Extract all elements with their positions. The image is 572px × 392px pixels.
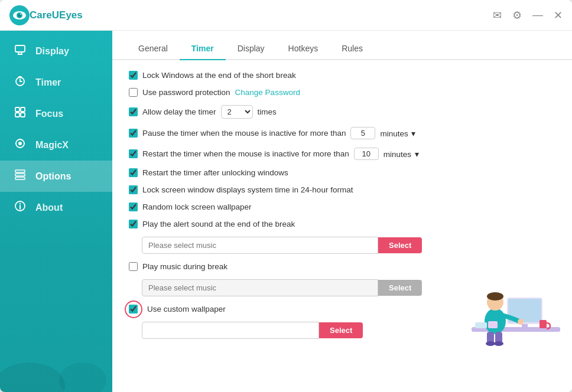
pause-timer-minutes-input[interactable]	[350, 127, 375, 139]
restart-unlock-row: Restart the timer after unlocking window…	[129, 168, 555, 177]
alert-music-select-button[interactable]: Select	[378, 237, 422, 253]
settings-panel: Lock Windows at the end of the short bre…	[112, 60, 572, 392]
sidebar-label-magicx: MagicX	[35, 140, 69, 151]
alert-music-input[interactable]	[142, 237, 378, 254]
alert-music-row: Select	[129, 237, 555, 254]
lock-windows-row: Lock Windows at the end of the short bre…	[129, 71, 555, 80]
play-alert-checkbox[interactable]	[129, 220, 138, 228]
lock-windows-label: Lock Windows at the end of the short bre…	[142, 71, 296, 80]
restart-mouse-row: Restart the timer when the mouse is inac…	[129, 148, 555, 160]
wallpaper-select-button[interactable]: Select	[319, 322, 363, 338]
allow-delay-label: Allow delay the timer	[142, 107, 216, 116]
pause-timer-row: Pause the timer when the mouse is inacti…	[129, 127, 555, 139]
svg-point-28	[20, 203, 21, 204]
display-icon	[13, 44, 27, 58]
about-icon	[13, 200, 27, 215]
restart-unlock-label: Restart the timer after unlocking window…	[142, 168, 288, 177]
tab-hotkeys[interactable]: Hotkeys	[277, 38, 330, 60]
tab-timer[interactable]: Timer	[180, 38, 226, 60]
pause-timer-checkbox[interactable]	[129, 129, 138, 138]
options-icon	[13, 169, 27, 184]
break-music-row: Select	[129, 279, 555, 296]
svg-rect-13	[15, 107, 20, 112]
sidebar: Display Timer	[0, 31, 112, 392]
allow-delay-checkbox[interactable]	[129, 107, 138, 116]
focus-icon	[13, 106, 27, 121]
use-password-label: Use password protection	[142, 88, 230, 97]
sidebar-item-display[interactable]: Display	[0, 35, 112, 67]
restart-unlock-checkbox[interactable]	[129, 168, 138, 177]
restart-mouse-suffix: minutes ▾	[384, 149, 419, 159]
app-logo	[9, 5, 30, 25]
svg-rect-25	[15, 177, 25, 179]
wallpaper-input[interactable]	[142, 322, 319, 339]
delay-times-select[interactable]: 2 3 5	[221, 105, 253, 119]
play-alert-label: Play the alert sound at the end of the b…	[142, 220, 295, 228]
sidebar-label-display: Display	[35, 46, 69, 57]
restart-mouse-minutes-input[interactable]	[354, 148, 379, 160]
settings-icon[interactable]: ⚙	[512, 9, 522, 22]
lock-windows-checkbox[interactable]	[129, 71, 138, 80]
title-bar-controls: ✉ ⚙ — ✕	[493, 9, 563, 22]
use-password-checkbox[interactable]	[129, 88, 138, 97]
email-icon[interactable]: ✉	[493, 9, 502, 22]
use-custom-wallpaper-checkbox[interactable]	[129, 305, 138, 313]
svg-rect-14	[21, 107, 25, 112]
svg-rect-5	[15, 45, 25, 52]
content-area: General Timer Display Hotkeys Rules Lock…	[112, 31, 572, 392]
tab-rules[interactable]: Rules	[330, 38, 375, 60]
random-wallpaper-label: Random lock screen wallpaper	[142, 202, 252, 211]
sidebar-label-options: Options	[35, 171, 71, 182]
play-music-break-checkbox[interactable]	[129, 262, 138, 271]
svg-rect-16	[21, 113, 25, 117]
break-music-input[interactable]	[142, 279, 378, 296]
app-title: CareUEyes	[30, 9, 493, 21]
lock-screen-24h-checkbox[interactable]	[129, 185, 138, 194]
svg-rect-24	[15, 174, 25, 176]
title-bar: CareUEyes ✉ ⚙ — ✕	[0, 0, 572, 31]
lock-screen-24h-row: Lock screen window displays system time …	[129, 185, 555, 194]
svg-rect-15	[15, 113, 20, 117]
svg-point-40	[486, 341, 495, 346]
use-custom-wallpaper-label: Use custom wallpaper	[147, 305, 226, 313]
main-layout: Display Timer	[0, 31, 572, 392]
tab-general[interactable]: General	[126, 38, 180, 60]
minimize-icon[interactable]: —	[532, 9, 543, 21]
random-wallpaper-checkbox[interactable]	[129, 202, 138, 211]
sidebar-item-magicx[interactable]: MagicX	[0, 129, 112, 161]
timer-icon	[13, 75, 27, 90]
wallpaper-checkbox-circle	[129, 305, 138, 313]
random-wallpaper-row: Random lock screen wallpaper	[129, 202, 555, 211]
svg-point-18	[18, 142, 22, 145]
use-custom-wallpaper-row: Use custom wallpaper	[129, 305, 555, 313]
play-alert-row: Play the alert sound at the end of the b…	[129, 220, 555, 228]
use-password-row: Use password protection Change Password	[129, 88, 555, 97]
svg-point-4	[20, 14, 21, 15]
sidebar-item-timer[interactable]: Timer	[0, 67, 112, 98]
allow-delay-suffix: times	[258, 107, 277, 116]
pause-timer-suffix: minutes ▾	[380, 129, 415, 138]
change-password-link[interactable]: Change Password	[235, 88, 300, 97]
tabs-bar: General Timer Display Hotkeys Rules	[112, 31, 572, 60]
close-button[interactable]: ✕	[554, 9, 563, 22]
play-music-break-row: Play music during break	[129, 262, 555, 271]
pause-timer-label: Pause the timer when the mouse is inacti…	[142, 129, 346, 138]
magicx-icon	[13, 138, 27, 152]
restart-mouse-label: Restart the timer when the mouse is inac…	[142, 149, 349, 158]
sidebar-item-about[interactable]: About	[0, 192, 112, 223]
break-music-select-button[interactable]: Select	[378, 280, 422, 296]
allow-delay-row: Allow delay the timer 2 3 5 times	[129, 105, 555, 119]
lock-screen-24h-label: Lock screen window displays system time …	[142, 185, 353, 194]
restart-mouse-checkbox[interactable]	[129, 149, 138, 158]
tab-display[interactable]: Display	[226, 38, 277, 60]
sidebar-label-focus: Focus	[35, 109, 63, 119]
svg-rect-23	[15, 170, 25, 172]
svg-point-41	[494, 341, 503, 346]
sidebar-label-timer: Timer	[35, 77, 61, 88]
wallpaper-select-row: Select	[129, 322, 555, 339]
sidebar-label-about: About	[35, 202, 63, 213]
sidebar-item-focus[interactable]: Focus	[0, 98, 112, 129]
sidebar-item-options[interactable]: Options	[0, 161, 112, 192]
play-music-break-label: Play music during break	[142, 262, 228, 271]
app-window: CareUEyes ✉ ⚙ — ✕ Display	[0, 0, 572, 392]
